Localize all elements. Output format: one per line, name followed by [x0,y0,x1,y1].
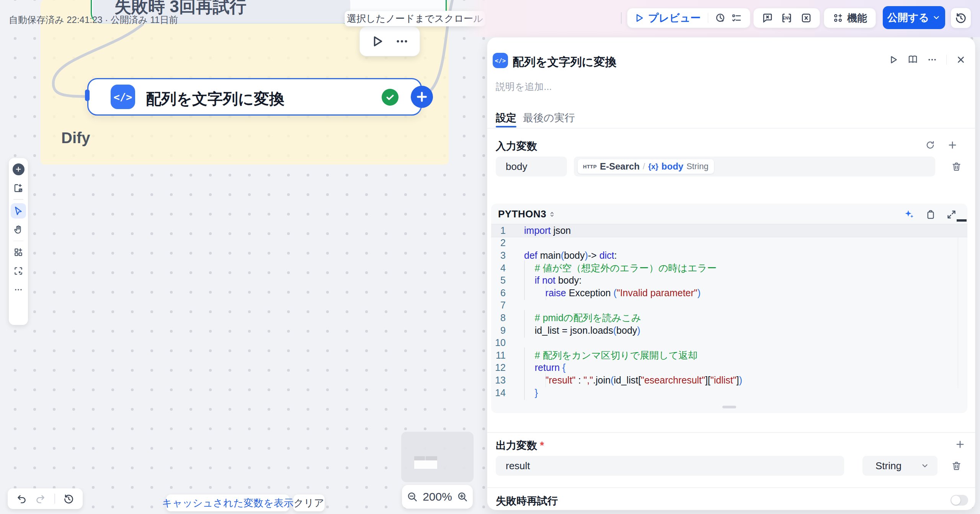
delete-input-var-icon[interactable] [951,162,962,172]
run-history-icon[interactable] [715,13,726,23]
tab-settings[interactable]: 設定 [496,111,516,125]
toolbar-more-icon[interactable] [11,282,26,297]
help-doc-icon[interactable] [908,54,918,65]
code-line: 8 # pmidの配列を読みこみ [491,312,967,324]
copy-code-icon[interactable] [925,209,936,220]
add-output-var-icon[interactable] [955,439,965,449]
retry-toggle[interactable] [951,495,968,506]
chevron-down-icon [921,462,929,470]
code-scrollbar-thumb[interactable] [957,219,967,222]
minimap[interactable] [401,432,474,482]
zoom-controls: 200% [402,485,473,509]
group-divider [708,13,709,23]
run-this-step-icon[interactable] [889,55,898,65]
fit-view-button[interactable] [11,263,26,279]
output-var-name-field[interactable] [496,456,844,476]
autosave-status: 自動保存済み 22:41:23 · 公開済み 11日前 [9,14,178,26]
show-cached-variables-button[interactable]: キャッシュされた変数を表示 [166,494,289,511]
zoom-in-icon[interactable] [457,491,468,502]
selected-node[interactable]: </> 配列を文字列に変換 [87,78,422,116]
minimap-node [426,456,437,460]
zoom-out-icon[interactable] [407,491,418,502]
code-line: 14 } [491,387,967,399]
node-success-icon [382,89,399,106]
input-var-name-field[interactable] [496,157,567,176]
code-line: 13 "result" : ",".join(id_list["esearchr… [491,374,967,387]
output-vars-label-text: 出力変数 [496,440,537,451]
plus-circle-icon [13,163,24,175]
chat-variables-icon[interactable] [762,12,773,24]
run-node-icon[interactable] [371,34,384,48]
panel-divider [487,432,975,433]
variables-group: ENV [753,8,820,28]
node-config-panel: </> 配列を文字列に変換 説明を追加... 設定 最後の実行 入力変数 [487,37,975,510]
zoom-level[interactable]: 200% [423,490,452,503]
features-label: 機能 [847,11,867,25]
publish-label: 公開する [887,11,929,24]
preview-group: プレビュー [627,8,750,28]
publish-button[interactable]: 公開する [883,6,945,29]
history-toolbar [8,488,83,509]
code-line: 9 id_list = json.loads(body) [491,324,967,337]
description-placeholder[interactable]: 説明を追加... [496,80,552,93]
output-var-type-select[interactable]: String [862,456,938,476]
input-vars-actions [925,140,957,150]
svg-text:ENV: ENV [783,16,791,20]
panel-actions [889,54,966,65]
undo-button[interactable] [16,494,27,504]
clear-button[interactable]: クリア [293,494,325,511]
node-more-icon[interactable] [395,34,409,48]
add-input-var-icon[interactable] [947,140,957,150]
code-language-label: PYTHON3 [498,208,546,220]
panel-more-icon[interactable] [927,55,937,65]
add-node-button[interactable] [11,162,26,177]
active-tab-underline [496,126,516,127]
code-resize-handle[interactable] [722,406,736,408]
node-hover-toolbar [359,26,420,56]
code-lines[interactable]: 1import json23def main(body)-> dict:4 # … [491,224,967,399]
features-button[interactable]: 機能 [824,8,876,28]
code-line: 1import json [491,224,967,237]
code-line: 7 [491,299,967,312]
workflow-variables-icon[interactable] [800,12,812,24]
code-line: 11 # 配列をカンマ区切りで展開して返却 [491,349,967,362]
delete-output-var-icon[interactable] [951,461,962,471]
toolbar-divider [13,199,23,200]
output-vars-label: 出力変数 * [496,439,544,452]
add-note-button[interactable] [11,180,26,196]
tab-last-run[interactable]: 最後の実行 [523,111,575,125]
code-language-selector[interactable]: PYTHON3 [498,208,555,220]
redo-button[interactable] [35,494,46,504]
code-line: 3def main(body)-> dict: [491,249,967,262]
preview-button[interactable]: プレビュー [634,11,701,25]
checklist-icon[interactable] [731,13,742,23]
code-editor[interactable]: PYTHON3 1import json23def main(body)-> d… [491,204,967,413]
input-var-value-field[interactable]: HTTP E-Search / {x} body String [574,157,935,176]
ref-node-name: E-Search [600,161,640,172]
hand-mode-button[interactable] [11,222,26,237]
ref-var-type: String [686,162,708,171]
code-line: 2 [491,237,967,250]
version-history-button[interactable] [951,8,971,28]
ai-generate-icon[interactable] [904,209,915,220]
updown-chevron-icon [549,211,555,218]
variable-reference-pill[interactable]: HTTP E-Search / {x} body String [578,159,714,174]
pointer-mode-button[interactable] [11,203,26,219]
code-line: 4 # 値が空（想定外のエラー）の時はエラー [491,262,967,274]
panel-node-title[interactable]: 配列を文字列に変換 [513,54,616,70]
view-history-button[interactable] [64,494,74,504]
workflow-app: 失敗時 3回再試行 Dify 自動保存済み 22:41:23 · 公開済み 11… [0,0,980,514]
code-line: 6 raise Exception ("Invalid parameter") [491,287,967,299]
node-add-next-button[interactable] [411,86,433,108]
close-panel-icon[interactable] [956,55,966,65]
expand-code-icon[interactable] [946,209,957,220]
ref-separator: / [643,162,645,171]
node-input-handle[interactable] [85,90,90,101]
note-label: Dify [61,129,90,147]
env-variables-icon[interactable]: ENV [781,12,792,24]
code-editor-actions [904,209,957,220]
organize-blocks-button[interactable] [11,245,26,260]
sync-vars-icon[interactable] [925,140,935,150]
node-title: 配列を文字列に変換 [146,88,284,109]
panel-divider [487,128,975,129]
